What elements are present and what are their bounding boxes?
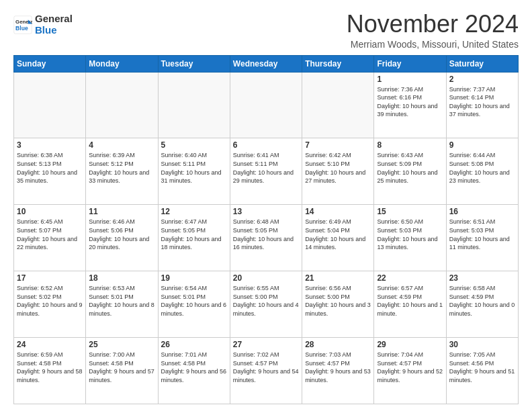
day-cell-3-4: 13Sunrise: 6:48 AM Sunset: 5:05 PM Dayli… [230,205,302,271]
day-info: Sunrise: 6:44 AM Sunset: 5:08 PM Dayligh… [449,151,515,185]
day-cell-2-7: 9Sunrise: 6:44 AM Sunset: 5:08 PM Daylig… [446,138,518,205]
day-number: 29 [377,340,443,349]
day-number: 15 [377,207,443,216]
day-number: 20 [233,273,299,283]
svg-text:Blue: Blue [15,24,28,31]
title-block: November 2024 Merriam Woods, Missouri, U… [347,11,519,50]
day-number: 8 [377,140,443,150]
day-cell-4-5: 21Sunrise: 6:56 AM Sunset: 5:00 PM Dayli… [302,271,374,338]
day-info: Sunrise: 6:51 AM Sunset: 5:03 PM Dayligh… [449,218,515,251]
day-number: 26 [161,340,227,349]
day-cell-5-1: 24Sunrise: 6:59 AM Sunset: 4:58 PM Dayli… [14,338,86,404]
page: General Blue General Blue November 2024 … [0,0,532,411]
day-number: 14 [305,207,371,216]
header: General Blue General Blue November 2024 … [13,11,519,50]
header-saturday: Saturday [446,55,518,72]
day-info: Sunrise: 6:55 AM Sunset: 5:00 PM Dayligh… [233,284,299,318]
header-monday: Monday [86,55,158,72]
day-number: 2 [449,75,515,84]
day-number: 19 [161,273,227,283]
location-title: Merriam Woods, Missouri, United States [347,39,519,50]
day-number: 5 [161,140,227,150]
header-sunday: Sunday [14,55,86,72]
week-row-3: 10Sunrise: 6:45 AM Sunset: 5:07 PM Dayli… [14,205,519,271]
day-info: Sunrise: 6:48 AM Sunset: 5:05 PM Dayligh… [233,218,299,251]
calendar: Sunday Monday Tuesday Wednesday Thursday… [13,55,519,404]
day-number: 24 [17,340,83,349]
day-info: Sunrise: 6:56 AM Sunset: 5:00 PM Dayligh… [305,284,371,318]
day-cell-1-4 [230,72,302,138]
day-info: Sunrise: 6:58 AM Sunset: 4:59 PM Dayligh… [449,284,515,318]
day-cell-1-3 [158,72,230,138]
day-info: Sunrise: 7:01 AM Sunset: 4:58 PM Dayligh… [161,351,227,384]
day-cell-2-6: 8Sunrise: 6:43 AM Sunset: 5:09 PM Daylig… [374,138,446,205]
day-info: Sunrise: 6:50 AM Sunset: 5:03 PM Dayligh… [377,218,443,251]
day-cell-2-3: 5Sunrise: 6:40 AM Sunset: 5:11 PM Daylig… [158,138,230,205]
day-cell-5-4: 27Sunrise: 7:02 AM Sunset: 4:57 PM Dayli… [230,338,302,404]
day-number: 6 [233,140,299,150]
day-cell-5-7: 30Sunrise: 7:05 AM Sunset: 4:56 PM Dayli… [446,338,518,404]
day-number: 30 [449,340,515,349]
day-number: 10 [17,207,83,216]
day-info: Sunrise: 6:47 AM Sunset: 5:05 PM Dayligh… [161,218,227,251]
day-number: 16 [449,207,515,216]
day-info: Sunrise: 6:52 AM Sunset: 5:02 PM Dayligh… [17,284,83,318]
header-tuesday: Tuesday [158,55,230,72]
day-cell-1-6: 1Sunrise: 7:36 AM Sunset: 6:16 PM Daylig… [374,72,446,138]
day-number: 11 [89,207,154,216]
day-number: 13 [233,207,299,216]
day-cell-3-1: 10Sunrise: 6:45 AM Sunset: 5:07 PM Dayli… [14,205,86,271]
day-info: Sunrise: 6:53 AM Sunset: 5:01 PM Dayligh… [89,284,154,318]
day-number: 3 [17,140,83,150]
day-cell-4-3: 19Sunrise: 6:54 AM Sunset: 5:01 PM Dayli… [158,271,230,338]
day-cell-2-5: 7Sunrise: 6:42 AM Sunset: 5:10 PM Daylig… [302,138,374,205]
day-cell-4-1: 17Sunrise: 6:52 AM Sunset: 5:02 PM Dayli… [14,271,86,338]
day-number: 9 [449,140,515,150]
day-cell-3-5: 14Sunrise: 6:49 AM Sunset: 5:04 PM Dayli… [302,205,374,271]
day-cell-2-4: 6Sunrise: 6:41 AM Sunset: 5:11 PM Daylig… [230,138,302,205]
day-cell-1-7: 2Sunrise: 7:37 AM Sunset: 6:14 PM Daylig… [446,72,518,138]
day-info: Sunrise: 6:49 AM Sunset: 5:04 PM Dayligh… [305,218,371,251]
day-info: Sunrise: 6:46 AM Sunset: 5:06 PM Dayligh… [89,218,154,251]
day-cell-5-3: 26Sunrise: 7:01 AM Sunset: 4:58 PM Dayli… [158,338,230,404]
day-number: 25 [89,340,154,349]
day-info: Sunrise: 7:00 AM Sunset: 4:58 PM Dayligh… [89,351,154,384]
day-cell-2-1: 3Sunrise: 6:38 AM Sunset: 5:13 PM Daylig… [14,138,86,205]
day-number: 22 [377,273,443,283]
logo: General Blue General Blue [13,13,73,36]
day-info: Sunrise: 6:43 AM Sunset: 5:09 PM Dayligh… [377,151,443,185]
header-friday: Friday [374,55,446,72]
day-number: 18 [89,273,154,283]
day-cell-3-7: 16Sunrise: 6:51 AM Sunset: 5:03 PM Dayli… [446,205,518,271]
week-row-2: 3Sunrise: 6:38 AM Sunset: 5:13 PM Daylig… [14,138,519,205]
calendar-header-row: Sunday Monday Tuesday Wednesday Thursday… [14,55,519,72]
day-info: Sunrise: 6:59 AM Sunset: 4:58 PM Dayligh… [17,351,83,384]
week-row-4: 17Sunrise: 6:52 AM Sunset: 5:02 PM Dayli… [14,271,519,338]
week-row-1: 1Sunrise: 7:36 AM Sunset: 6:16 PM Daylig… [14,72,519,138]
day-cell-5-2: 25Sunrise: 7:00 AM Sunset: 4:58 PM Dayli… [86,338,158,404]
day-info: Sunrise: 6:45 AM Sunset: 5:07 PM Dayligh… [17,218,83,251]
day-info: Sunrise: 7:36 AM Sunset: 6:16 PM Dayligh… [377,85,443,119]
day-number: 4 [89,140,154,150]
day-cell-5-5: 28Sunrise: 7:03 AM Sunset: 4:57 PM Dayli… [302,338,374,404]
day-number: 28 [305,340,371,349]
day-number: 21 [305,273,371,283]
day-info: Sunrise: 7:05 AM Sunset: 4:56 PM Dayligh… [449,351,515,384]
day-cell-4-7: 23Sunrise: 6:58 AM Sunset: 4:59 PM Dayli… [446,271,518,338]
day-cell-1-5 [302,72,374,138]
header-wednesday: Wednesday [230,55,302,72]
day-cell-4-4: 20Sunrise: 6:55 AM Sunset: 5:00 PM Dayli… [230,271,302,338]
day-number: 27 [233,340,299,349]
day-cell-1-1 [14,72,86,138]
day-cell-3-6: 15Sunrise: 6:50 AM Sunset: 5:03 PM Dayli… [374,205,446,271]
day-number: 12 [161,207,227,216]
day-info: Sunrise: 7:02 AM Sunset: 4:57 PM Dayligh… [233,351,299,384]
day-number: 23 [449,273,515,283]
day-cell-4-6: 22Sunrise: 6:57 AM Sunset: 4:59 PM Dayli… [374,271,446,338]
day-cell-2-2: 4Sunrise: 6:39 AM Sunset: 5:12 PM Daylig… [86,138,158,205]
day-info: Sunrise: 7:37 AM Sunset: 6:14 PM Dayligh… [449,85,515,119]
day-info: Sunrise: 6:38 AM Sunset: 5:13 PM Dayligh… [17,151,83,185]
logo-icon: General Blue [13,15,32,34]
day-cell-3-3: 12Sunrise: 6:47 AM Sunset: 5:05 PM Dayli… [158,205,230,271]
logo-text: General Blue [35,13,73,36]
